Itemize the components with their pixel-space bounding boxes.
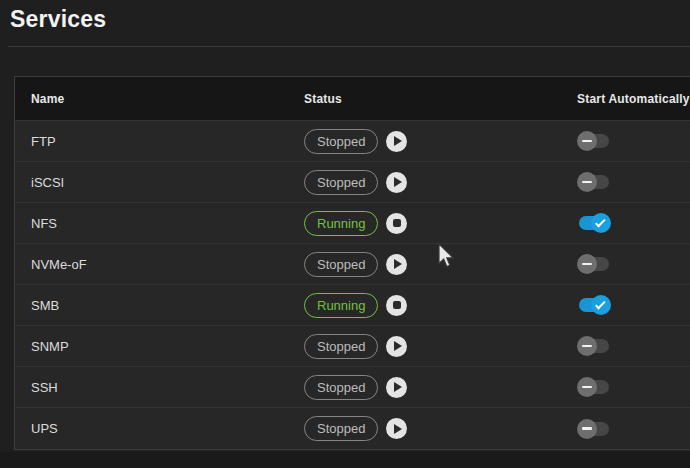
toggle-knob — [577, 336, 597, 356]
service-name: NVMe-oF — [15, 257, 288, 272]
status-badge: Running — [304, 293, 378, 318]
check-icon — [595, 298, 606, 309]
stop-icon — [393, 219, 401, 227]
autostart-toggle[interactable] — [577, 377, 611, 397]
play-icon — [394, 382, 402, 392]
toggle-knob — [591, 295, 611, 315]
status-badge: Stopped — [304, 252, 378, 277]
stop-icon — [393, 301, 401, 309]
stop-service-button[interactable] — [386, 213, 407, 234]
table-row: FTP Stopped — [15, 121, 690, 162]
table-row: iSCSI Stopped — [15, 162, 690, 203]
status-badge: Stopped — [304, 129, 378, 154]
play-icon — [394, 177, 402, 187]
title-divider — [8, 46, 690, 47]
dash-icon — [582, 140, 592, 143]
status-badge: Stopped — [304, 375, 378, 400]
toggle-knob — [577, 377, 597, 397]
autostart-toggle[interactable] — [577, 172, 611, 192]
table-body: FTP Stopped iSCSI Stopped — [15, 121, 690, 449]
start-service-button[interactable] — [386, 172, 407, 193]
start-service-button[interactable] — [386, 418, 407, 439]
dash-icon — [582, 181, 592, 184]
page-title: Services — [10, 6, 106, 33]
toggle-knob — [577, 131, 597, 151]
table-row: NFS Running — [15, 203, 690, 244]
service-name: FTP — [15, 134, 288, 149]
status-badge: Stopped — [304, 334, 378, 359]
column-header-status: Status — [288, 92, 561, 106]
status-badge: Stopped — [304, 170, 378, 195]
autostart-toggle[interactable] — [577, 419, 611, 439]
toggle-knob — [577, 419, 597, 439]
page-footer-area — [0, 452, 690, 468]
play-icon — [394, 259, 402, 269]
service-name: iSCSI — [15, 175, 288, 190]
start-service-button[interactable] — [386, 336, 407, 357]
play-icon — [394, 136, 402, 146]
dash-icon — [582, 345, 592, 348]
table-row: SSH Stopped — [15, 367, 690, 408]
autostart-toggle[interactable] — [577, 131, 611, 151]
column-header-name: Name — [15, 92, 288, 106]
dash-icon — [582, 427, 592, 430]
toggle-knob — [577, 254, 597, 274]
start-service-button[interactable] — [386, 131, 407, 152]
check-icon — [595, 216, 606, 227]
toggle-knob — [577, 172, 597, 192]
play-icon — [394, 341, 402, 351]
status-badge: Stopped — [304, 416, 378, 441]
autostart-toggle[interactable] — [577, 254, 611, 274]
autostart-toggle[interactable] — [577, 336, 611, 356]
autostart-toggle[interactable] — [577, 213, 611, 233]
table-row: SMB Running — [15, 285, 690, 326]
table-row: UPS Stopped — [15, 408, 690, 449]
services-table: Name Status Start Automatically FTP Stop… — [14, 76, 690, 450]
table-row: SNMP Stopped — [15, 326, 690, 367]
play-icon — [394, 424, 402, 434]
autostart-toggle[interactable] — [577, 295, 611, 315]
service-name: SNMP — [15, 339, 288, 354]
table-header-row: Name Status Start Automatically — [15, 77, 690, 121]
dash-icon — [582, 386, 592, 389]
dash-icon — [582, 263, 592, 266]
stop-service-button[interactable] — [386, 295, 407, 316]
start-service-button[interactable] — [386, 254, 407, 275]
table-row: NVMe-oF Stopped — [15, 244, 690, 285]
toggle-knob — [591, 213, 611, 233]
service-name: UPS — [15, 421, 288, 436]
column-header-start-automatically: Start Automatically — [561, 92, 690, 106]
service-name: SSH — [15, 380, 288, 395]
service-name: NFS — [15, 216, 288, 231]
status-badge: Running — [304, 211, 378, 236]
start-service-button[interactable] — [386, 377, 407, 398]
service-name: SMB — [15, 298, 288, 313]
